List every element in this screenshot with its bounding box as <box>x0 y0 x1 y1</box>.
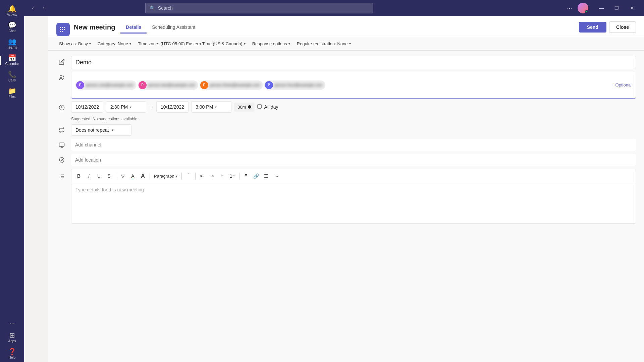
sidebar-item-activity[interactable]: 🔔 Activity <box>0 3 24 19</box>
end-date-picker[interactable]: 10/12/2022 <box>156 101 189 113</box>
bold-button[interactable]: B <box>74 171 84 181</box>
font-color-button[interactable]: A <box>128 171 138 181</box>
title-row <box>56 56 636 69</box>
sidebar-item-teams[interactable]: 👥 Teams <box>0 36 24 52</box>
chevron-down-icon: ▾ <box>244 42 246 46</box>
avatar[interactable] <box>578 3 588 13</box>
chevron-down-icon: ▾ <box>129 42 131 46</box>
sidebar-item-calendar[interactable]: 📅 Calendar <box>0 52 24 68</box>
location-input[interactable] <box>71 154 636 166</box>
svg-point-11 <box>61 159 63 161</box>
calls-icon: 📞 <box>8 71 16 78</box>
chevron-down-icon: ▾ <box>112 128 114 132</box>
time-arrow-separator: → <box>149 104 154 110</box>
response-options-dropdown[interactable]: Response options ▾ <box>250 40 293 48</box>
registration-dropdown[interactable]: Require registration: None ▾ <box>294 40 354 48</box>
meeting-icon <box>56 23 70 36</box>
more-icon: ··· <box>9 320 15 326</box>
strikethrough-button[interactable]: S <box>104 171 114 181</box>
highlight-button[interactable]: ▽ <box>118 171 127 181</box>
paragraph-dropdown[interactable]: Paragraph ▾ <box>152 172 179 180</box>
back-button[interactable]: ‹ <box>28 3 38 13</box>
topbar-right: ··· — ❐ ✕ <box>564 0 640 16</box>
search-input[interactable] <box>158 5 369 11</box>
minimize-button[interactable]: — <box>594 0 609 16</box>
show-as-dropdown[interactable]: Show as: Busy ▾ <box>56 40 94 48</box>
start-date-picker[interactable]: 10/12/2022 <box>71 101 103 113</box>
indent-decrease-button[interactable]: ⇤ <box>198 171 207 181</box>
attendee-chip: P person.two@example.com <box>138 80 198 90</box>
send-button[interactable]: Send <box>579 22 606 33</box>
start-time-value: 2:30 PM <box>110 104 128 110</box>
sidebar-item-label: Calendar <box>5 62 19 66</box>
format-button[interactable]: ⌒ <box>184 171 193 181</box>
start-time-picker[interactable]: 2:30 PM ▾ <box>106 101 146 113</box>
end-time-value: 3:00 PM <box>196 104 213 110</box>
chevron-down-icon: ▾ <box>349 42 351 46</box>
chevron-down-icon: ▾ <box>176 174 177 178</box>
sidebar-item-apps[interactable]: ⊞ Apps <box>7 329 18 346</box>
sidebar-item-label: Files <box>8 95 15 99</box>
chat-icon: 💬 <box>8 22 16 28</box>
form-area: P person.one@example.com P person.two@ex… <box>48 51 644 362</box>
end-time-picker[interactable]: 3:00 PM ▾ <box>191 101 231 113</box>
svg-rect-5 <box>64 29 65 30</box>
font-size-button[interactable]: A <box>138 171 148 181</box>
repeat-dropdown[interactable]: Does not repeat ▾ <box>71 124 131 136</box>
forward-button[interactable]: › <box>39 3 48 13</box>
sidebar-item-label: Chat <box>8 29 15 33</box>
attendee-chip: P person.four@example.com <box>264 80 325 90</box>
numbered-list-button[interactable]: 1≡ <box>228 171 237 181</box>
svg-rect-1 <box>62 27 63 28</box>
attendee-avatar: P <box>200 81 208 89</box>
channel-input[interactable] <box>71 139 636 151</box>
attendees-area[interactable]: P person.one@example.com P person.two@ex… <box>71 72 636 99</box>
calendar-icon: 📅 <box>8 55 16 61</box>
sidebar-item-more[interactable]: ··· <box>7 317 18 329</box>
italic-button[interactable]: I <box>84 171 94 181</box>
search-bar[interactable]: 🔍 <box>145 3 373 13</box>
quote-button[interactable]: ❞ <box>241 171 251 181</box>
sidebar-item-chat[interactable]: 💬 Chat <box>0 19 24 36</box>
editor: B I U S ▽ A A Paragraph ▾ ⌒ ⇤ <box>71 169 636 224</box>
restore-button[interactable]: ❐ <box>609 0 625 16</box>
underline-button[interactable]: U <box>94 171 104 181</box>
sidebar-item-files[interactable]: 📁 Files <box>0 85 24 101</box>
datetime-controls: 10/12/2022 2:30 PM ▾ → 10/12/2022 3:00 P… <box>71 101 278 113</box>
svg-rect-3 <box>60 29 61 30</box>
channel-row <box>56 139 636 151</box>
meeting-tabs: Details Scheduling Assistant <box>120 21 201 33</box>
close-button[interactable]: ✕ <box>625 0 640 16</box>
allday-input[interactable] <box>257 104 262 109</box>
sidebar-item-calls[interactable]: 📞 Calls <box>0 68 24 85</box>
category-dropdown[interactable]: Category: None ▾ <box>95 40 134 48</box>
title-input[interactable] <box>71 56 636 69</box>
svg-rect-4 <box>62 29 63 30</box>
bullet-list-button[interactable]: ≡ <box>218 171 227 181</box>
allday-checkbox[interactable]: All day <box>257 104 278 110</box>
chevron-down-icon: ▾ <box>288 42 290 46</box>
sidebar-item-help[interactable]: ❓ Help <box>7 346 18 362</box>
sidebar-item-label: Apps <box>8 339 16 343</box>
svg-rect-7 <box>62 31 63 32</box>
more-options-button[interactable]: ··· <box>564 3 575 13</box>
activity-icon: 🔔 <box>8 5 16 12</box>
tab-details[interactable]: Details <box>120 22 147 34</box>
attendees-row: P person.one@example.com P person.two@ex… <box>56 72 636 99</box>
link-button[interactable]: 🔗 <box>252 171 261 181</box>
timezone-dropdown[interactable]: Time zone: (UTC-05:00) Eastern Time (US … <box>135 40 248 48</box>
svg-rect-2 <box>64 27 65 28</box>
more-formatting-button[interactable]: ··· <box>272 171 281 181</box>
align-button[interactable]: ☰ <box>262 171 271 181</box>
indent-increase-button[interactable]: ⇥ <box>208 171 217 181</box>
attendee-avatar: P <box>139 81 147 89</box>
close-meeting-button[interactable]: Close <box>609 21 636 33</box>
channel-icon <box>56 139 67 151</box>
optional-link[interactable]: + Optional <box>611 82 632 87</box>
attendee-name: person.two@example.com <box>148 83 196 87</box>
editor-body[interactable]: Type details for this new meeting <box>71 183 636 223</box>
attendee-chip: P person.one@example.com <box>75 80 137 90</box>
tab-scheduling[interactable]: Scheduling Assistant <box>147 22 201 34</box>
sidebar-item-label: Calls <box>8 78 16 82</box>
nav-buttons: ‹ › <box>28 3 48 13</box>
